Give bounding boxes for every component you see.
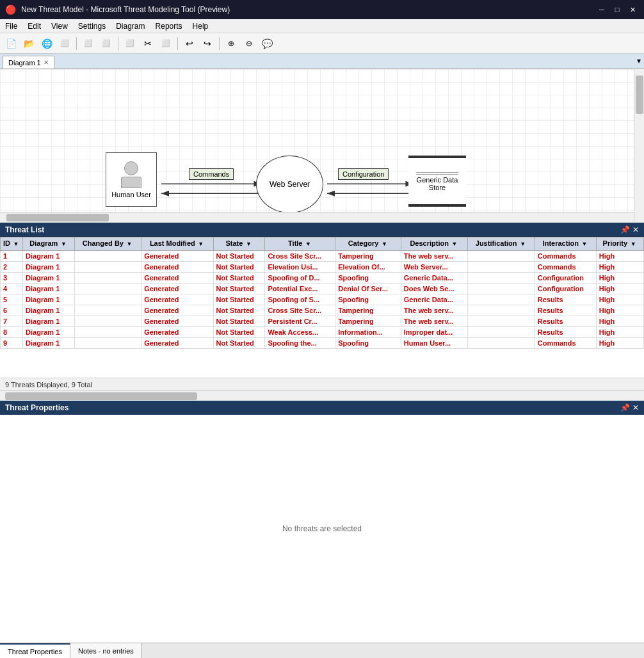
cell-state: Not Started — [213, 316, 265, 327]
cell-interaction: Results — [535, 327, 596, 338]
cell-diagram: Diagram 1 — [23, 251, 75, 262]
menu-item-reports[interactable]: Reports — [150, 19, 188, 33]
cell-priority: High — [596, 284, 643, 294]
cell-changed-by — [74, 262, 141, 273]
tab-close-button[interactable]: ✕ — [44, 59, 49, 66]
open-button[interactable]: 📂 — [20, 35, 37, 52]
cell-changed-by — [74, 273, 141, 284]
col-title[interactable]: Title ▼ — [265, 237, 335, 251]
new-button[interactable]: 📄 — [3, 35, 19, 52]
threat-table-container: ID ▼ Diagram ▼ Changed By ▼ Last Modifie… — [0, 237, 644, 378]
cell-changed-by — [74, 284, 141, 294]
threat-table-scrollbar[interactable] — [0, 390, 644, 401]
cell-last-modified: Generated — [141, 327, 213, 338]
cell-id: 4 — [1, 284, 23, 294]
table-row[interactable]: 6 Diagram 1 Generated Not Started Cross … — [1, 305, 644, 316]
canvas-scroll-vertical[interactable] — [634, 69, 644, 222]
col-changed-by[interactable]: Changed By ▼ — [74, 237, 141, 251]
cell-justification — [467, 316, 535, 327]
globe-button[interactable]: 🌐 — [38, 35, 55, 52]
cell-interaction: Results — [535, 305, 596, 316]
zoom-in-button[interactable]: ⊕ — [223, 35, 239, 52]
cell-description: The web serv... — [401, 316, 467, 327]
table-row[interactable]: 3 Diagram 1 Generated Not Started Spoofi… — [1, 273, 644, 284]
minimize-button[interactable]: ─ — [595, 3, 608, 16]
table-row[interactable]: 2 Diagram 1 Generated Not Started Elevat… — [1, 262, 644, 273]
zoom-out-button[interactable]: ⊖ — [241, 35, 257, 52]
col-justification[interactable]: Justification ▼ — [467, 237, 535, 251]
col-description[interactable]: Description ▼ — [401, 237, 467, 251]
threat-list-header: Threat List 📌 ✕ — [0, 223, 644, 237]
col-priority[interactable]: Priority ▼ — [596, 237, 643, 251]
menu-item-view[interactable]: View — [46, 19, 73, 33]
col-diagram[interactable]: Diagram ▼ — [23, 237, 75, 251]
table-row[interactable]: 8 Diagram 1 Generated Not Started Weak A… — [1, 327, 644, 338]
cut-button[interactable]: ✂ — [140, 35, 156, 52]
redo-button[interactable]: ↪ — [199, 35, 216, 52]
menu-item-settings[interactable]: Settings — [73, 19, 111, 33]
canvas-area[interactable]: Human User Commands Web Server Configura… — [0, 69, 644, 223]
cell-justification — [467, 273, 535, 284]
cell-priority: High — [596, 294, 643, 305]
edit-diagram-button[interactable]: ⬜ — [98, 35, 115, 52]
menu-item-edit[interactable]: Edit — [22, 19, 46, 33]
bottom-tab-notes[interactable]: Notes - no entries — [70, 643, 142, 658]
cell-description: Web Server... — [401, 262, 467, 273]
table-row[interactable]: 1 Diagram 1 Generated Not Started Cross … — [1, 251, 644, 262]
col-category[interactable]: Category ▼ — [335, 237, 401, 251]
cell-priority: High — [596, 262, 643, 273]
cell-changed-by — [74, 327, 141, 338]
cell-changed-by — [74, 294, 141, 305]
col-last-modified[interactable]: Last Modified ▼ — [141, 237, 213, 251]
cell-justification — [467, 305, 535, 316]
menu-item-diagram[interactable]: Diagram — [111, 19, 150, 33]
web-server-element[interactable]: Web Server — [256, 156, 323, 213]
tab-dropdown[interactable]: ▾ — [634, 53, 644, 68]
cell-last-modified: Generated — [141, 284, 213, 294]
cell-state: Not Started — [213, 284, 265, 294]
commands-flow-label[interactable]: Commands — [189, 168, 234, 180]
table-row[interactable]: 7 Diagram 1 Generated Not Started Persis… — [1, 316, 644, 327]
cell-diagram: Diagram 1 — [23, 305, 75, 316]
threat-properties-pin-button[interactable]: 📌 — [620, 403, 630, 412]
paste-button[interactable]: ⬜ — [157, 35, 174, 52]
diagram-tab[interactable]: Diagram 1 ✕ — [3, 56, 54, 68]
col-interaction[interactable]: Interaction ▼ — [535, 237, 596, 251]
cell-changed-by — [74, 316, 141, 327]
threat-list-close-button[interactable]: ✕ — [632, 225, 639, 234]
table-row[interactable]: 4 Diagram 1 Generated Not Started Potent… — [1, 284, 644, 294]
comment-button[interactable]: 💬 — [259, 35, 275, 52]
cell-last-modified: Generated — [141, 294, 213, 305]
undo-button[interactable]: ↩ — [181, 35, 198, 52]
bottom-tab-threat-properties[interactable]: Threat Properties — [0, 643, 70, 658]
table-row[interactable]: 9 Diagram 1 Generated Not Started Spoofi… — [1, 338, 644, 349]
cell-state: Not Started — [213, 273, 265, 284]
configuration-flow-label[interactable]: Configuration — [338, 168, 389, 180]
cell-diagram: Diagram 1 — [23, 327, 75, 338]
col-id[interactable]: ID ▼ — [1, 237, 23, 251]
canvas-scroll-horizontal[interactable] — [0, 212, 634, 222]
new-diagram-button[interactable]: ⬜ — [80, 35, 97, 52]
cell-category: Tampering — [335, 305, 401, 316]
threat-properties-title: Threat Properties — [5, 403, 68, 412]
cell-interaction: Commands — [535, 262, 596, 273]
menu-item-file[interactable]: File — [0, 19, 22, 33]
human-user-element[interactable]: Human User — [106, 152, 157, 207]
threat-properties-close-button[interactable]: ✕ — [632, 403, 639, 412]
threat-list-pin-button[interactable]: 📌 — [620, 225, 630, 234]
cell-interaction: Commands — [535, 251, 596, 262]
copy-button[interactable]: ⬜ — [122, 35, 138, 52]
close-button[interactable]: ✕ — [626, 3, 639, 16]
col-state[interactable]: State ▼ — [213, 237, 265, 251]
table-row[interactable]: 5 Diagram 1 Generated Not Started Spoofi… — [1, 294, 644, 305]
maximize-button[interactable]: □ — [611, 3, 624, 16]
cell-last-modified: Generated — [141, 251, 213, 262]
cell-priority: High — [596, 273, 643, 284]
cell-interaction: Results — [535, 316, 596, 327]
unknown-button[interactable]: ⬜ — [56, 35, 73, 52]
menu-item-help[interactable]: Help — [188, 19, 214, 33]
menu-bar: FileEditViewSettingsDiagramReportsHelp — [0, 19, 644, 33]
cell-id: 3 — [1, 273, 23, 284]
cell-category: Tampering — [335, 316, 401, 327]
data-store-element[interactable]: Generic Data Store — [408, 156, 466, 207]
